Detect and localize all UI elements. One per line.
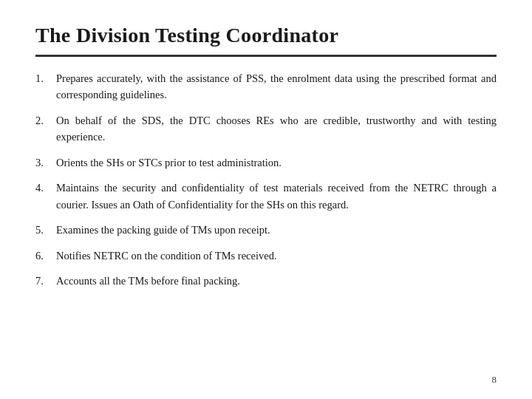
list-item: 4.Maintains the security and confidentia…: [35, 180, 497, 213]
item-text: Notifies NETRC on the condition of TMs r…: [56, 248, 497, 264]
list-item: 6.Notifies NETRC on the condition of TMs…: [35, 248, 497, 264]
list-item: 2.On behalf of the SDS, the DTC chooses …: [35, 112, 497, 146]
item-number: 4.: [35, 180, 56, 213]
item-text: On behalf of the SDS, the DTC chooses RE…: [56, 112, 497, 146]
content-list: 1.Prepares accurately, with the assistan…: [35, 70, 497, 290]
slide-title: The Division Testing Coordinator: [35, 24, 497, 47]
list-item: 7.Accounts all the TMs before final pack…: [35, 273, 497, 289]
item-text: Orients the SHs or STCs prior to test ad…: [56, 154, 497, 171]
list-item: 3.Orients the SHs or STCs prior to test …: [35, 154, 497, 171]
item-number: 3.: [35, 154, 56, 171]
item-text: Prepares accurately, with the assistance…: [56, 70, 497, 103]
item-text: Accounts all the TMs before final packin…: [56, 273, 497, 289]
list-item: 1.Prepares accurately, with the assistan…: [35, 70, 497, 103]
item-number: 2.: [35, 112, 56, 146]
item-text: Examines the packing guide of TMs upon r…: [56, 222, 497, 238]
page-number: 8: [492, 374, 497, 386]
item-number: 7.: [35, 273, 56, 289]
slide: The Division Testing Coordinator 1.Prepa…: [0, 0, 532, 399]
item-number: 6.: [35, 248, 56, 264]
item-number: 1.: [35, 70, 56, 103]
item-number: 5.: [35, 222, 56, 238]
item-text: Maintains the security and confidentiali…: [56, 180, 497, 213]
list-item: 5.Examines the packing guide of TMs upon…: [35, 222, 497, 238]
title-divider: [35, 55, 497, 57]
